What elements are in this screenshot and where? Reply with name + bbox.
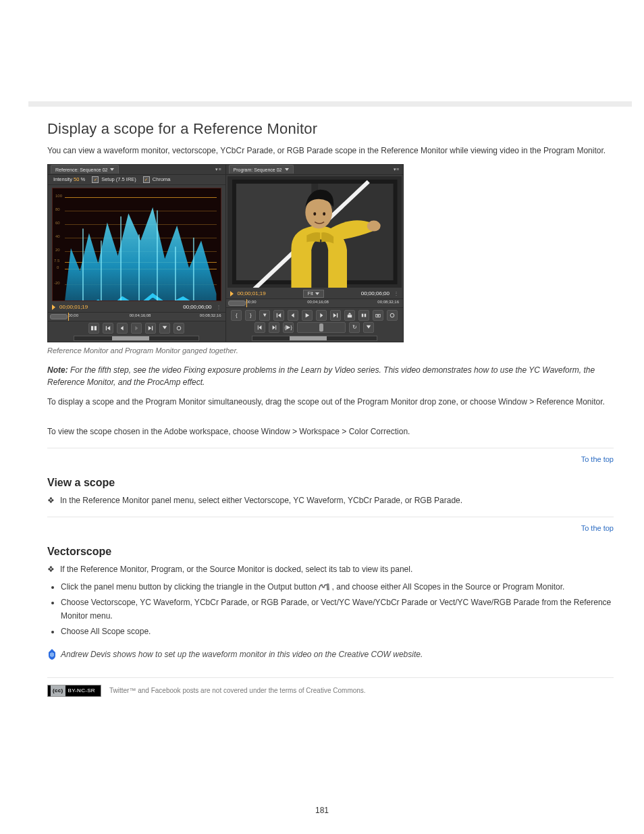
step-text: In the Reference Monitor panel menu, sel… bbox=[60, 494, 462, 507]
reference-transport bbox=[48, 321, 225, 335]
program-tab-label: Program: Sequence 02 bbox=[234, 167, 282, 172]
zoom-fit-dropdown[interactable]: Fit bbox=[303, 290, 324, 298]
svg-marker-15 bbox=[163, 325, 167, 329]
chroma-checkbox[interactable]: ✓ bbox=[143, 176, 150, 183]
diamond-bullet-icon: ❖ bbox=[47, 563, 55, 576]
svg-point-25 bbox=[313, 212, 316, 215]
cti-line[interactable] bbox=[246, 299, 247, 307]
cti-marker-icon bbox=[52, 305, 55, 310]
svg-rect-9 bbox=[106, 325, 107, 330]
gang-button[interactable] bbox=[88, 323, 99, 334]
go-to-out-button[interactable] bbox=[330, 310, 341, 321]
extract-button[interactable] bbox=[358, 310, 369, 321]
panel-menu-icon[interactable]: ▾≡ bbox=[392, 167, 400, 172]
program-tc-current[interactable]: 00;00;01;19 bbox=[238, 290, 266, 296]
body-p4: To view the scope chosen in the Adobe wo… bbox=[47, 425, 614, 438]
svg-rect-34 bbox=[348, 315, 352, 317]
panel-menu-icon[interactable]: ▾≡ bbox=[214, 167, 222, 172]
program-video-area bbox=[226, 175, 404, 289]
intensity-value[interactable]: 50 bbox=[74, 176, 79, 182]
output-menu-button[interactable] bbox=[159, 323, 170, 334]
reference-scrollbar[interactable] bbox=[48, 335, 225, 342]
dots-icon: ⋮ bbox=[216, 304, 221, 310]
setup-checkbox[interactable]: ✓ bbox=[92, 176, 99, 183]
reference-tc-current[interactable]: 00;00;01;19 bbox=[59, 304, 88, 310]
go-to-in-button[interactable] bbox=[273, 310, 284, 321]
bullet-text-post: , and choose either All Scopes in the So… bbox=[332, 582, 565, 592]
step-back-button[interactable] bbox=[288, 310, 298, 321]
step-fwd-button[interactable] bbox=[316, 310, 327, 321]
add-marker-button[interactable]: ▼ bbox=[259, 310, 270, 321]
go-to-in-button[interactable] bbox=[103, 323, 113, 334]
cti-marker-icon bbox=[230, 291, 234, 296]
list-item: Choose All Scope scope. bbox=[61, 625, 614, 638]
ruler-tick-2: 00;08;32;16 bbox=[377, 300, 399, 304]
spotlight-note: Andrew Devis shows how to set up the wav… bbox=[47, 649, 423, 660]
section-divider bbox=[47, 677, 614, 678]
body-p1: You can view a waveform monitor, vectors… bbox=[47, 145, 614, 157]
lift-button[interactable] bbox=[344, 310, 355, 321]
svg-marker-35 bbox=[348, 313, 352, 314]
svg-point-16 bbox=[177, 326, 181, 330]
prev-edit-button[interactable] bbox=[254, 322, 265, 333]
output-menu-button[interactable] bbox=[363, 322, 374, 333]
step-row: ❖ In the Reference Monitor panel menu, s… bbox=[47, 494, 614, 507]
svg-rect-37 bbox=[365, 313, 366, 317]
spotlight-icon bbox=[47, 649, 57, 660]
mark-in-button[interactable]: { bbox=[231, 310, 242, 321]
loop-button[interactable]: ↻ bbox=[349, 322, 360, 333]
to-top-link[interactable]: To the top bbox=[581, 524, 614, 532]
program-time-ruler[interactable]: 00;00 00;04;16;08 00;08;32;16 bbox=[226, 298, 404, 308]
mark-out-button[interactable]: } bbox=[245, 310, 256, 321]
intensity-pct: % bbox=[80, 176, 85, 182]
step-back-button[interactable] bbox=[117, 323, 128, 334]
svg-point-40 bbox=[390, 313, 394, 317]
cc-license-badge[interactable]: (cc)BY-NC-SR bbox=[47, 685, 101, 697]
page-content: Display a scope for a Reference Monitor … bbox=[47, 120, 614, 697]
svg-rect-46 bbox=[327, 583, 329, 590]
to-top-link[interactable]: To the top bbox=[581, 455, 614, 463]
svg-marker-43 bbox=[273, 325, 275, 329]
section-vectorscope: Vectorscope bbox=[47, 546, 614, 558]
legal-text: Twitter™ and Facebook posts are not cove… bbox=[109, 687, 366, 694]
svg-rect-14 bbox=[152, 325, 153, 330]
reference-time-ruler[interactable]: 00;00 00;04;16;08 00;08;32;16 bbox=[48, 312, 225, 321]
step-text-2: If the Reference Monitor, Program, or th… bbox=[60, 563, 412, 576]
step-row-2: ❖ If the Reference Monitor, Program, or … bbox=[47, 563, 614, 576]
safe-margin-button[interactable] bbox=[173, 323, 184, 334]
program-tab-bar: Program: Sequence 02 ▾≡ bbox=[226, 165, 404, 175]
svg-marker-32 bbox=[333, 313, 336, 317]
program-scrollbar[interactable] bbox=[226, 335, 404, 342]
program-tab[interactable]: Program: Sequence 02 bbox=[229, 165, 294, 174]
shuttle-slider[interactable] bbox=[297, 322, 346, 333]
list-item: Click the panel menu button by clicking … bbox=[61, 581, 614, 594]
zoom-fit-label: Fit bbox=[308, 291, 313, 296]
svg-rect-33 bbox=[337, 313, 338, 317]
reference-monitor-panel: Reference: Sequence 02 ▾≡ Intensity 50 %… bbox=[48, 165, 225, 342]
bullet-text: Choose All Scope scope. bbox=[61, 627, 151, 636]
zoom-handle[interactable] bbox=[50, 314, 68, 319]
bullet-text: Choose Vectorscope, YC Waveform, YCbCr P… bbox=[61, 598, 611, 620]
tick-40: 40 bbox=[55, 234, 60, 238]
next-edit-button[interactable] bbox=[269, 322, 279, 333]
play-in-out-button[interactable]: {▶} bbox=[283, 322, 294, 333]
play-button[interactable] bbox=[302, 310, 313, 321]
reference-tab-label: Reference: Sequence 02 bbox=[55, 167, 107, 172]
reference-tab[interactable]: Reference: Sequence 02 bbox=[51, 165, 119, 174]
ruler-tick-1: 00;04;16;08 bbox=[130, 313, 151, 317]
section-divider bbox=[47, 517, 614, 517]
zoom-handle[interactable] bbox=[228, 301, 246, 306]
reference-timecode-row: 00;00;01;19 00;00;06;00 ⋮ bbox=[48, 303, 225, 312]
cti-line[interactable] bbox=[68, 313, 69, 321]
chevron-down-icon bbox=[315, 292, 319, 295]
step-fwd-button[interactable] bbox=[131, 323, 142, 334]
svg-marker-12 bbox=[136, 325, 138, 330]
svg-point-26 bbox=[323, 212, 325, 215]
safe-margin-button[interactable] bbox=[387, 310, 398, 321]
bullet-list: Click the panel menu button by clicking … bbox=[47, 581, 614, 638]
export-frame-button[interactable] bbox=[373, 310, 383, 321]
tick-100: 100 bbox=[55, 194, 62, 198]
go-to-out-button[interactable] bbox=[145, 323, 156, 334]
yc-waveform-scope: 100 80 60 40 20 7.5 0 -20 bbox=[52, 188, 221, 301]
spotlight-text: Andrew Devis shows how to set up the wav… bbox=[61, 650, 423, 659]
